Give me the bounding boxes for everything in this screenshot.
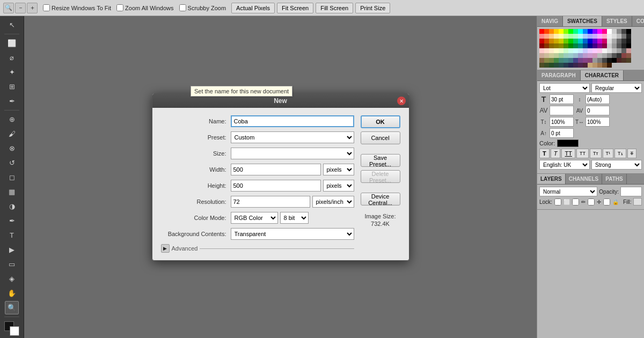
tab-styles[interactable]: STYLES — [602, 16, 632, 26]
swatch-item[interactable] — [592, 63, 597, 68]
swatch-item[interactable] — [539, 53, 544, 58]
swatch-item[interactable] — [559, 48, 564, 53]
swatch-item[interactable] — [583, 43, 588, 48]
swatch-item[interactable] — [539, 29, 544, 34]
swatch-item[interactable] — [621, 39, 626, 43]
bit-depth-select[interactable]: 8 bit 16 bit 32 bit — [280, 212, 309, 224]
eraser-tool[interactable]: ◻ — [5, 171, 19, 184]
swatch-item[interactable] — [583, 39, 588, 43]
lock-position-check[interactable] — [588, 199, 595, 205]
swatch-item[interactable] — [617, 39, 621, 43]
swatch-item[interactable] — [578, 43, 583, 48]
swatch-item[interactable] — [564, 43, 568, 48]
height-input[interactable] — [231, 180, 321, 192]
swatch-item[interactable] — [612, 53, 617, 58]
swatch-item[interactable] — [568, 48, 573, 53]
swatch-item[interactable] — [583, 53, 588, 58]
swatch-item[interactable] — [554, 58, 559, 63]
resize-windows-check[interactable]: Resize Windows To Fit — [43, 4, 111, 11]
tab-color[interactable]: COLOR — [632, 16, 644, 26]
swatch-item[interactable] — [607, 39, 612, 43]
font-family-select[interactable]: Lot — [539, 83, 590, 93]
swatch-item[interactable] — [612, 29, 617, 34]
swatch-item[interactable] — [612, 43, 617, 48]
swatch-item[interactable] — [568, 58, 573, 63]
swatch-item[interactable] — [626, 39, 631, 43]
cancel-button[interactable]: Cancel — [361, 131, 400, 144]
swatch-item[interactable] — [588, 34, 592, 39]
swatch-item[interactable] — [602, 53, 607, 58]
resize-windows-checkbox[interactable] — [43, 4, 50, 11]
swatch-item[interactable] — [617, 43, 621, 48]
swatch-item[interactable] — [583, 29, 588, 34]
leading-input[interactable] — [586, 94, 610, 104]
allcaps-button[interactable]: TT — [576, 149, 589, 158]
swatch-item[interactable] — [583, 34, 588, 39]
preset-select[interactable]: Custom — [231, 131, 354, 143]
swatch-item[interactable] — [597, 39, 602, 43]
swatch-item[interactable] — [626, 58, 631, 63]
swatch-item[interactable] — [544, 53, 549, 58]
swatch-item[interactable] — [568, 39, 573, 43]
swatch-item[interactable] — [592, 53, 597, 58]
swatch-item[interactable] — [621, 48, 626, 53]
swatch-item[interactable] — [592, 34, 597, 39]
swatch-item[interactable] — [564, 29, 568, 34]
shape-tool[interactable]: ▭ — [5, 258, 19, 271]
swatch-item[interactable] — [612, 34, 617, 39]
tracking-input[interactable] — [550, 106, 574, 115]
brush-tool[interactable]: 🖌 — [5, 127, 19, 141]
eyedropper-tool[interactable]: ✒ — [5, 94, 19, 108]
swatch-item[interactable] — [549, 34, 554, 39]
tab-layers[interactable]: LAYERS — [537, 174, 566, 184]
ok-button[interactable]: OK — [361, 115, 400, 128]
swatch-item[interactable] — [559, 63, 564, 68]
swatch-item[interactable] — [592, 29, 597, 34]
type-tool[interactable]: T — [5, 229, 19, 242]
zoom-tool[interactable]: 🔍 — [5, 301, 19, 314]
swatch-item[interactable] — [568, 63, 573, 68]
swatch-item[interactable] — [578, 39, 583, 43]
baseline-input[interactable] — [550, 128, 574, 138]
history-brush-tool[interactable]: ↺ — [5, 156, 19, 170]
swatch-item[interactable] — [602, 43, 607, 48]
swatch-item[interactable] — [564, 63, 568, 68]
swatch-item[interactable] — [539, 43, 544, 48]
swatch-item[interactable] — [549, 29, 554, 34]
swatch-item[interactable] — [592, 48, 597, 53]
panel-expand-3[interactable]: » — [627, 174, 634, 184]
swatch-item[interactable] — [573, 63, 578, 68]
healing-tool[interactable]: ⊕ — [5, 113, 19, 126]
actual-pixels-button[interactable]: Actual Pixels — [231, 3, 275, 13]
swatch-item[interactable] — [607, 63, 612, 68]
swatch-item[interactable] — [621, 58, 626, 63]
swatch-item[interactable] — [588, 63, 592, 68]
subscript-button[interactable]: T₁ — [614, 149, 626, 158]
swatch-item[interactable] — [573, 53, 578, 58]
kerning-input[interactable] — [586, 106, 610, 115]
swatch-item[interactable] — [578, 53, 583, 58]
zoom-all-checkbox[interactable] — [116, 4, 123, 11]
swatch-item[interactable] — [617, 53, 621, 58]
panel-expand-2[interactable]: » — [624, 70, 631, 80]
swatch-item[interactable] — [573, 58, 578, 63]
swatch-item[interactable] — [559, 34, 564, 39]
swatch-item[interactable] — [597, 34, 602, 39]
clone-tool[interactable]: ⊗ — [5, 142, 19, 155]
swatch-item[interactable] — [621, 43, 626, 48]
swatch-item[interactable] — [568, 53, 573, 58]
font-size-input[interactable] — [550, 94, 574, 104]
swatch-item[interactable] — [554, 29, 559, 34]
swatch-item[interactable] — [578, 29, 583, 34]
move-tool[interactable]: ↖ — [5, 18, 19, 32]
swatch-item[interactable] — [607, 29, 612, 34]
width-input[interactable] — [231, 164, 321, 175]
swatch-item[interactable] — [597, 43, 602, 48]
swatch-item[interactable] — [564, 39, 568, 43]
swatch-item[interactable] — [549, 58, 554, 63]
color-mode-select[interactable]: RGB Color CMYK Color Grayscale — [231, 212, 278, 224]
size-select[interactable] — [231, 148, 354, 159]
swatch-item[interactable] — [549, 39, 554, 43]
swatch-item[interactable] — [621, 34, 626, 39]
swatch-item[interactable] — [588, 53, 592, 58]
